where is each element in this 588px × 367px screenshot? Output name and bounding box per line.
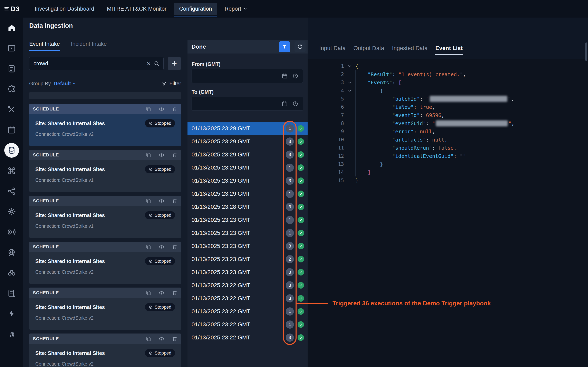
sidebar-item-search[interactable] xyxy=(0,263,23,283)
line-number: 7 xyxy=(307,112,344,118)
copy-icon[interactable] xyxy=(146,290,151,296)
eye-icon[interactable] xyxy=(159,106,164,112)
fold-chevron-icon[interactable] xyxy=(344,80,355,85)
execution-row[interactable]: 01/13/2025 23:28 GMT 3 xyxy=(188,200,307,213)
sidebar-item-data-ingestion[interactable] xyxy=(0,140,23,160)
calendar-icon[interactable] xyxy=(282,73,288,79)
schedule-card[interactable]: SCHEDULE Site: Shared to Internal Sites … xyxy=(29,334,181,367)
execution-row[interactable]: 01/13/2025 23:23 GMT 1 xyxy=(188,226,307,240)
trash-icon[interactable] xyxy=(172,244,177,250)
fold-chevron-icon[interactable] xyxy=(344,64,355,68)
tab-event-list[interactable]: Event List xyxy=(435,44,463,53)
execution-row[interactable]: 01/13/2025 23:29 GMT 3 xyxy=(188,135,307,148)
search-icon[interactable] xyxy=(154,60,163,67)
execution-time: 01/13/2025 23:29 GMT xyxy=(188,151,250,158)
refresh-icon xyxy=(297,44,303,50)
fold-chevron-icon[interactable] xyxy=(344,88,355,93)
indent-guide xyxy=(355,78,368,87)
copy-icon[interactable] xyxy=(146,336,151,342)
tab-ingested-data[interactable]: Ingested Data xyxy=(391,44,428,53)
sidebar-item-event-broadcast[interactable] xyxy=(0,222,23,242)
schedule-card[interactable]: SCHEDULE Site: Shared to Internal Sites … xyxy=(29,150,181,192)
search-input[interactable] xyxy=(29,60,144,67)
d3-logo[interactable]: D3 xyxy=(0,5,23,13)
indent-guide xyxy=(368,136,380,144)
sidebar-item-reports[interactable] xyxy=(0,283,23,303)
sidebar-item-command-center[interactable] xyxy=(0,160,23,181)
sidebar-item-audit-trail[interactable] xyxy=(0,324,23,344)
filter-toggle-button[interactable] xyxy=(279,41,290,52)
sidebar-item-sites[interactable] xyxy=(0,242,23,263)
execution-row[interactable]: 01/13/2025 23:22 GMT 1 xyxy=(188,305,307,318)
add-intake-button[interactable]: + xyxy=(168,57,181,70)
tab-incident-intake[interactable]: Incident Intake xyxy=(71,41,107,51)
clear-search-icon[interactable]: × xyxy=(144,60,154,67)
eye-icon[interactable] xyxy=(159,198,164,204)
sidebar-item-investigations[interactable] xyxy=(0,38,23,58)
execution-row[interactable]: 01/13/2025 23:22 GMT 1 xyxy=(188,318,307,331)
execution-row[interactable]: 01/13/2025 23:23 GMT 2 xyxy=(188,253,307,266)
sidebar-item-integrations[interactable] xyxy=(0,79,23,99)
success-icon xyxy=(298,151,304,158)
copy-icon[interactable] xyxy=(146,152,151,158)
sidebar-item-schedules[interactable] xyxy=(0,120,23,140)
copy-icon[interactable] xyxy=(146,106,151,112)
chevron-down-icon xyxy=(243,7,247,11)
schedule-card[interactable]: SCHEDULE Site: Shared to Internal Sites … xyxy=(29,196,181,238)
nav-item-configuration[interactable]: Configuration xyxy=(174,3,217,15)
execution-time: 01/13/2025 23:22 GMT xyxy=(188,321,250,328)
execution-row[interactable]: 01/13/2025 23:22 GMT 3 xyxy=(188,279,307,292)
nav-item-mitre-attck-monitor[interactable]: MITRE ATT&CK Monitor xyxy=(101,3,172,15)
trash-icon[interactable] xyxy=(172,290,177,296)
schedule-card[interactable]: SCHEDULE Site: Shared to Internal Sites … xyxy=(29,242,181,284)
execution-row[interactable]: 01/13/2025 23:29 GMT 3 xyxy=(188,174,307,187)
sidebar-item-playbooks[interactable] xyxy=(0,58,23,79)
schedule-card[interactable]: SCHEDULE Site: Shared to Internal Sites … xyxy=(29,288,181,330)
tab-output-data[interactable]: Output Data xyxy=(353,44,385,53)
eye-icon[interactable] xyxy=(159,244,164,250)
filter-button[interactable]: Filter xyxy=(162,81,181,87)
eye-icon[interactable] xyxy=(159,336,164,342)
indent-guide xyxy=(368,111,380,119)
schedule-card[interactable]: SCHEDULE Site: Shared to Internal Sites … xyxy=(29,104,181,146)
trash-icon[interactable] xyxy=(172,152,177,158)
sidebar-item-home[interactable] xyxy=(0,17,23,38)
clock-icon[interactable] xyxy=(292,101,298,107)
api-settings-icon xyxy=(7,207,16,216)
copy-icon[interactable] xyxy=(146,244,151,250)
execution-row[interactable]: 01/13/2025 23:23 GMT 1 xyxy=(188,213,307,226)
execution-time: 01/13/2025 23:22 GMT xyxy=(188,295,250,302)
done-panel: Done From (GMT) To (GMT) 01/13/2025 23:2… xyxy=(188,40,307,367)
eye-icon[interactable] xyxy=(159,152,164,158)
sidebar-item-api-settings[interactable] xyxy=(0,201,23,222)
trash-icon[interactable] xyxy=(172,198,177,204)
copy-icon[interactable] xyxy=(146,198,151,204)
group-by-dropdown[interactable]: Default xyxy=(54,81,76,87)
scrollbar-thumb[interactable] xyxy=(585,42,587,61)
connection-label: Connection: CrowdStrike v2 xyxy=(35,315,175,321)
tab-event-intake[interactable]: Event Intake xyxy=(29,41,60,51)
execution-row[interactable]: 01/13/2025 23:29 GMT 3 xyxy=(188,148,307,161)
eye-icon[interactable] xyxy=(159,290,164,296)
sidebar-item-automation[interactable] xyxy=(0,303,23,324)
nav-item-report[interactable]: Report xyxy=(219,3,253,15)
execution-row[interactable]: 01/13/2025 23:23 GMT 3 xyxy=(188,240,307,253)
execution-row[interactable]: 01/13/2025 23:29 GMT 1 xyxy=(188,122,307,135)
event-count-badge: 1 xyxy=(286,164,294,172)
execution-row[interactable]: 01/13/2025 23:22 GMT 3 xyxy=(188,292,307,305)
execution-row[interactable]: 01/13/2025 23:29 GMT 1 xyxy=(188,187,307,200)
execution-row[interactable]: 01/13/2025 23:23 GMT 3 xyxy=(188,266,307,279)
collapsed-group-bar[interactable] xyxy=(29,92,181,99)
clock-icon[interactable] xyxy=(292,73,298,79)
execution-row[interactable]: 01/13/2025 23:22 GMT 3 xyxy=(188,331,307,344)
execution-row[interactable]: 01/13/2025 23:29 GMT 1 xyxy=(188,161,307,174)
tab-input-data[interactable]: Input Data xyxy=(319,44,346,53)
schedule-card-body: Site: Shared to Internal Sites Stopped C… xyxy=(29,298,181,321)
sidebar-item-utilities[interactable] xyxy=(0,99,23,120)
trash-icon[interactable] xyxy=(172,336,177,342)
nav-item-investigation-dashboard[interactable]: Investigation Dashboard xyxy=(29,3,99,15)
refresh-button[interactable] xyxy=(295,41,306,52)
trash-icon[interactable] xyxy=(172,106,177,112)
calendar-icon[interactable] xyxy=(282,101,288,107)
sidebar-item-correlations[interactable] xyxy=(0,181,23,201)
